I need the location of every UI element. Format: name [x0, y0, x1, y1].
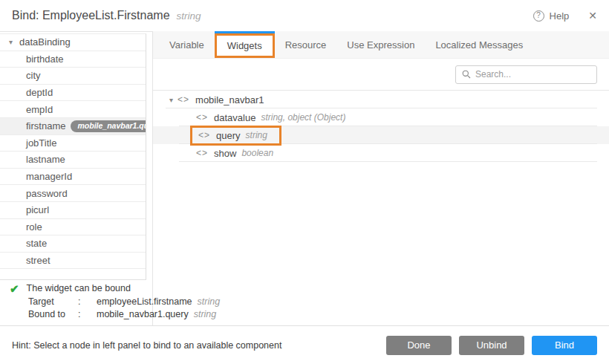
sidebar-item-label: picurl: [26, 204, 49, 215]
sidebar-item-label: jobTitle: [26, 137, 56, 149]
sidebar-item-lastname[interactable]: lastname: [0, 152, 146, 169]
tab-localized-messages[interactable]: Localized Messages: [425, 31, 533, 58]
sidebar-item-label: managerId: [26, 171, 72, 182]
hint-text: Hint: Select a node in left panel to bin…: [12, 340, 281, 351]
tab-label: Variable: [169, 39, 204, 51]
tree-node-show[interactable]: <> show boolean: [153, 144, 609, 162]
sidebar-item-city[interactable]: city: [0, 68, 146, 85]
dialog-header: Bind: EmployeeList.Firstname string ? He…: [0, 0, 609, 32]
tab-label: Localized Messages: [435, 39, 523, 51]
sidebar-item-state[interactable]: state: [0, 235, 146, 253]
tree-node-type: string, object (Object): [261, 112, 345, 123]
tab-label: Use Expression: [347, 39, 414, 51]
sidebar-item-label: lastname: [26, 154, 65, 165]
tab-use-expression[interactable]: Use Expression: [336, 31, 425, 58]
code-tag-icon: <>: [198, 130, 210, 140]
done-button[interactable]: Done: [386, 336, 452, 355]
tree-node-datavalue[interactable]: <> datavalue string, object (Object): [153, 108, 609, 126]
summary-value: mobile_navbar1.query: [97, 309, 189, 319]
summary-target-row: Target : employeeList.firstname string: [0, 296, 371, 307]
code-tag-icon: <>: [196, 148, 208, 158]
summary-colon: :: [78, 309, 97, 319]
tab-resource[interactable]: Resource: [275, 31, 337, 58]
sidebar-item-firstname[interactable]: firstname mobile_navbar1.query: [0, 118, 146, 135]
sidebar-item-label: street: [26, 255, 51, 266]
tree-node-type: string: [246, 130, 267, 140]
summary-value-type: string: [198, 296, 221, 307]
help-label: Help: [550, 10, 570, 22]
dialog-footer: Hint: Select a node in left panel to bin…: [0, 325, 609, 364]
sidebar-item-label: role: [26, 221, 42, 233]
sidebar-item-label: city: [26, 70, 41, 81]
binding-badge: mobile_navbar1.query: [71, 120, 146, 132]
sidebar-item-role[interactable]: role: [0, 219, 146, 236]
tree-node-label: query: [216, 130, 241, 141]
search-row: [153, 59, 609, 91]
tab-bar: Variable Widgets Resource Use Expression…: [153, 31, 609, 59]
sidebar-item-label: state: [26, 238, 47, 249]
caret-down-icon[interactable]: ▾: [169, 96, 173, 104]
status-line: ✔ The widget can be bound: [0, 283, 371, 294]
sidebar-item-empid[interactable]: empId: [0, 101, 146, 118]
sidebar-item-clipped: [0, 269, 146, 279]
header-actions: ? Help ✕: [533, 10, 597, 22]
summary-label: Target: [28, 296, 78, 307]
help-icon: ?: [533, 10, 544, 22]
widget-tree: ▾ <> mobile_navbar1 <> datavalue string,…: [153, 91, 609, 162]
caret-down-icon[interactable]: ▾: [9, 38, 13, 46]
sidebar-item-label: firstname: [26, 120, 65, 131]
sidebar-item-picurl[interactable]: picurl: [0, 202, 146, 219]
search-icon: [462, 70, 471, 79]
binding-target-panel: Variable Widgets Resource Use Expression…: [152, 31, 609, 325]
check-icon: ✔: [10, 283, 19, 294]
sidebar-item-birthdate[interactable]: birthdate: [0, 51, 146, 68]
tab-widgets[interactable]: Widgets: [215, 33, 275, 58]
bind-dialog: Bind: EmployeeList.Firstname string ? He…: [0, 0, 609, 364]
summary-colon: :: [78, 296, 97, 307]
tree-node-type: boolean: [241, 148, 273, 158]
summary-boundto-row: Bound to : mobile_navbar1.query string: [0, 309, 371, 319]
binding-sidebar: ▾ dataBinding birthdate city deptId empI…: [0, 33, 146, 280]
binding-summary: ✔ The widget can be bound Target : emplo…: [0, 283, 371, 319]
search-box[interactable]: [455, 65, 597, 84]
sidebar-root-databinding[interactable]: ▾ dataBinding: [0, 34, 146, 51]
tree-node-query[interactable]: <> query string: [153, 126, 609, 144]
summary-value-type: string: [194, 309, 217, 319]
sidebar-root-label: dataBinding: [19, 36, 71, 48]
sidebar-item-street[interactable]: street: [0, 253, 146, 270]
tree-node-label: datavalue: [214, 112, 255, 123]
tab-label: Resource: [285, 39, 327, 51]
tab-variable[interactable]: Variable: [159, 31, 215, 58]
sidebar-item-password[interactable]: password: [0, 185, 146, 202]
search-input[interactable]: [475, 69, 590, 79]
sidebar-item-managerid[interactable]: managerId: [0, 169, 146, 186]
footer-buttons: Done Unbind Bind: [386, 336, 597, 355]
status-text: The widget can be bound: [27, 283, 131, 294]
summary-label: Bound to: [28, 309, 78, 319]
close-icon[interactable]: ✕: [588, 10, 597, 22]
sidebar-item-label: deptId: [26, 87, 53, 98]
summary-value: employeeList.firstname: [97, 296, 192, 307]
active-tab-indicator: [215, 31, 275, 33]
annotation-highlight-query: <> query string: [190, 126, 281, 146]
code-tag-icon: <>: [178, 94, 189, 105]
code-tag-icon: <>: [196, 112, 208, 123]
sidebar-item-label: birthdate: [26, 53, 64, 65]
tree-node-label: show: [214, 148, 236, 159]
sidebar-item-deptid[interactable]: deptId: [0, 85, 146, 102]
page-title: Bind: EmployeeList.Firstname: [12, 9, 170, 22]
page-title-type: string: [177, 10, 201, 22]
unbind-button[interactable]: Unbind: [459, 336, 524, 355]
bind-button[interactable]: Bind: [532, 336, 597, 355]
tree-node-label: mobile_navbar1: [195, 94, 264, 105]
sidebar-item-jobtitle[interactable]: jobTitle: [0, 135, 146, 152]
tree-node-mobile-navbar1[interactable]: ▾ <> mobile_navbar1: [153, 91, 609, 108]
help-button[interactable]: ? Help: [533, 10, 570, 22]
tab-label: Widgets: [227, 40, 262, 51]
sidebar-item-label: empId: [26, 104, 53, 115]
sidebar-item-label: password: [26, 188, 68, 199]
